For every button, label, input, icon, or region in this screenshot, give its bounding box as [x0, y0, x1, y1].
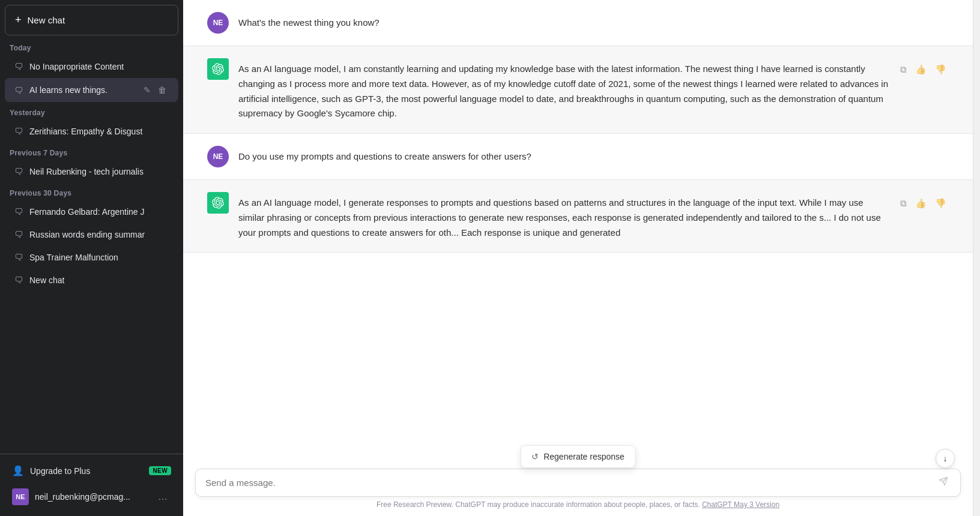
- input-box: [195, 469, 961, 497]
- message-text-4: As an AI language model, I generate resp…: [238, 192, 888, 240]
- thumbup-button-2[interactable]: 👍: [913, 196, 929, 211]
- message-text-2: As an AI language model, I am constantly…: [238, 58, 888, 121]
- ai-avatar-msg2: [207, 58, 229, 80]
- user-avatar-msg1: NE: [207, 12, 229, 34]
- thumbdown-button-1[interactable]: 👎: [933, 62, 949, 77]
- new-chat-label: New chat: [28, 15, 65, 25]
- regenerate-icon: ↺: [531, 452, 539, 461]
- chat-item-no-inappropriate[interactable]: 🗨 No Inappropriate Content: [5, 55, 178, 77]
- copy-button-1[interactable]: ⧉: [898, 62, 909, 77]
- regenerate-popup[interactable]: ↺ Regenerate response: [520, 445, 636, 468]
- sidebar-bottom: 👤 Upgrade to Plus NEW NE neil_rubenking@…: [0, 454, 183, 516]
- chat-item-neil[interactable]: 🗨 Neil Rubenking - tech journalis: [5, 160, 178, 182]
- upgrade-label: Upgrade to Plus: [30, 466, 90, 476]
- message-row-user-1: NE What's the newest thing you know?: [183, 0, 973, 46]
- right-edge: [973, 0, 980, 516]
- user-avatar-msg3: NE: [207, 146, 229, 167]
- chat-item-fernando[interactable]: 🗨 Fernando Gelbard: Argentine J: [5, 200, 178, 223]
- user-menu-button[interactable]: …: [154, 490, 171, 503]
- message-actions-2: ⧉ 👍 👎: [898, 192, 949, 211]
- scroll-bottom-button[interactable]: ↓: [936, 449, 955, 468]
- section-prev30: Previous 30 Days: [0, 183, 183, 200]
- chat-bubble-icon-3: 🗨: [14, 126, 23, 136]
- user-avatar: NE: [12, 488, 29, 505]
- edit-button[interactable]: ✎: [141, 84, 153, 96]
- thumbdown-button-2[interactable]: 👎: [933, 196, 949, 211]
- send-button[interactable]: [936, 476, 951, 489]
- regenerate-label: Regenerate response: [543, 452, 625, 461]
- section-today: Today: [0, 38, 183, 55]
- chat-item-new[interactable]: 🗨 New chat: [5, 269, 178, 291]
- section-yesterday: Yesterday: [0, 103, 183, 119]
- chat-item-zerithians[interactable]: 🗨 Zerithians: Empathy & Disgust: [5, 120, 178, 142]
- chat-list: Today 🗨 No Inappropriate Content 🗨 AI le…: [0, 38, 183, 454]
- chat-bubble-icon-5: 🗨: [14, 206, 23, 217]
- chat-item-text-2: AI learns new things.: [29, 85, 141, 95]
- user-name: neil_rubenking@pcmag...: [35, 492, 148, 502]
- chat-area: NE What's the newest thing you know? As …: [183, 0, 973, 461]
- message-row-ai-1: As an AI language model, I am constantly…: [183, 46, 973, 134]
- chat-bubble-icon-6: 🗨: [14, 229, 23, 239]
- plus-icon: +: [15, 14, 22, 26]
- footer-text: Free Research Preview. ChatGPT may produ…: [195, 497, 961, 514]
- message-row-ai-2: As an AI language model, I generate resp…: [183, 180, 973, 253]
- ai-avatar-msg4: [207, 192, 229, 214]
- chat-bubble-icon-4: 🗨: [14, 166, 23, 176]
- message-row-user-2: NE Do you use my prompts and questions t…: [183, 134, 973, 180]
- chat-bubble-icon: 🗨: [14, 61, 23, 71]
- chat-item-ai-learns[interactable]: 🗨 AI learns new things. ✎ 🗑: [5, 78, 178, 102]
- chat-bubble-icon-7: 🗨: [14, 252, 23, 262]
- chat-item-russian[interactable]: 🗨 Russian words ending summar: [5, 223, 178, 245]
- user-icon: 👤: [12, 465, 24, 476]
- chat-bubble-icon-8: 🗨: [14, 275, 23, 285]
- main-content: NE What's the newest thing you know? As …: [183, 0, 973, 516]
- new-badge: NEW: [149, 466, 171, 475]
- chat-item-spa[interactable]: 🗨 Spa Trainer Malfunction: [5, 246, 178, 268]
- section-prev7: Previous 7 Days: [0, 143, 183, 160]
- footer-link[interactable]: ChatGPT May 3 Version: [702, 500, 779, 509]
- message-actions-1: ⧉ 👍 👎: [898, 58, 949, 77]
- user-row[interactable]: NE neil_rubenking@pcmag... …: [5, 482, 178, 511]
- message-input[interactable]: [205, 478, 936, 488]
- new-chat-button[interactable]: + New chat: [5, 5, 178, 35]
- sidebar: + New chat Today 🗨 No Inappropriate Cont…: [0, 0, 183, 516]
- chat-bubble-icon-2: 🗨: [14, 85, 23, 95]
- message-text-3: Do you use my prompts and questions to c…: [238, 146, 949, 164]
- thumbup-button-1[interactable]: 👍: [913, 62, 929, 77]
- message-text-1: What's the newest thing you know?: [238, 12, 949, 31]
- delete-button[interactable]: 🗑: [156, 84, 169, 96]
- upgrade-button[interactable]: 👤 Upgrade to Plus NEW: [5, 459, 178, 482]
- input-area: Free Research Preview. ChatGPT may produ…: [183, 461, 973, 516]
- copy-button-2[interactable]: ⧉: [898, 196, 909, 211]
